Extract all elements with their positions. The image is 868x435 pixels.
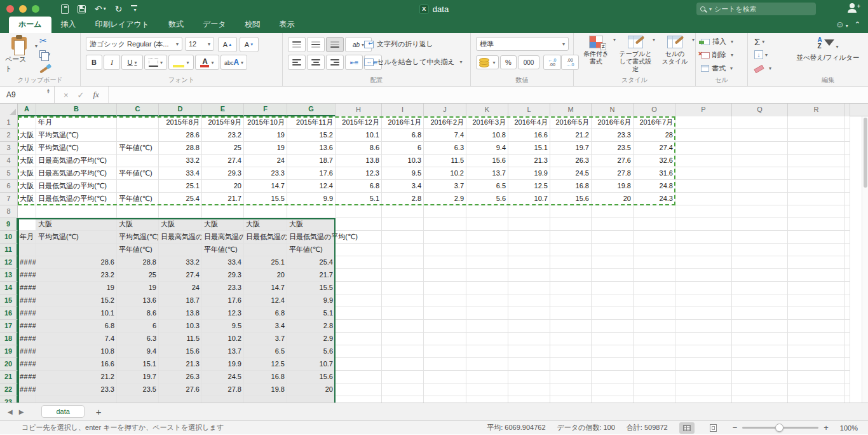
cell-G15[interactable]: 9.9 [287,294,336,307]
cell-H20[interactable] [336,358,382,371]
cell-J15[interactable] [424,294,466,307]
cell-Q12[interactable] [732,256,788,269]
row-header-1[interactable]: 1 [0,116,18,129]
row-header-4[interactable]: 4 [0,155,18,167]
cell-D14[interactable]: 24 [159,282,202,294]
cell-D5[interactable]: 33.4 [159,167,202,180]
cell-M5[interactable]: 24.5 [550,167,592,180]
save-icon[interactable] [78,5,86,13]
cell-F7[interactable]: 15.5 [244,193,287,205]
page-layout-view-button[interactable] [706,422,721,434]
row-header-9[interactable]: 9 [0,218,18,231]
cell-C14[interactable]: 19 [117,282,159,294]
cell-B9[interactable]: 大阪 [36,218,117,231]
cell-F23[interactable] [244,396,287,403]
cell-C9[interactable]: 大阪 [117,218,159,231]
cell-E14[interactable]: 23.3 [202,282,244,294]
zoom-slider-thumb[interactable] [775,424,783,432]
cell-E15[interactable]: 17.6 [202,294,244,307]
cell-J16[interactable] [424,307,466,320]
normal-view-button[interactable] [679,422,695,434]
row-header-20[interactable]: 20 [0,358,18,371]
cell-R6[interactable] [788,180,845,193]
clear-button[interactable]: ▾ [754,62,771,74]
cell-N17[interactable] [592,320,634,333]
insert-function-icon[interactable]: fx [93,90,99,100]
cell-N4[interactable]: 27.6 [592,155,634,167]
underline-button[interactable]: U▾ [121,55,143,70]
cell-O9[interactable] [634,218,675,231]
cell-L3[interactable]: 15.1 [508,142,550,155]
cell-J11[interactable] [424,244,466,256]
format-painter-icon[interactable] [39,62,50,72]
cell-B19[interactable]: 10.8 [36,345,117,358]
cell-P4[interactable] [675,155,732,167]
cell-F2[interactable]: 19 [244,129,287,142]
sheet-search-input[interactable]: ▾ シートを検索 [696,3,816,15]
cell-F6[interactable]: 14.7 [244,180,287,193]
cell-E7[interactable]: 21.7 [202,193,244,205]
cell-A15[interactable]: #### [18,294,36,307]
cell-H16[interactable] [336,307,382,320]
cell-M12[interactable] [550,256,592,269]
cell-I1[interactable]: 2016年1月 [382,116,424,129]
cell-Q7[interactable] [732,193,788,205]
confirm-entry-icon[interactable]: ✓ [78,90,85,100]
cell-H13[interactable] [336,269,382,282]
cell-O13[interactable] [634,269,675,282]
cell-O3[interactable]: 27.4 [634,142,675,155]
cell-Q3[interactable] [732,142,788,155]
font-name-select[interactable]: 游ゴシック Regular (本...▾ [86,37,182,51]
cell-D7[interactable]: 25.4 [159,193,202,205]
toolbar-overflow-icon[interactable]: ▾ [131,5,137,13]
cell-L4[interactable]: 21.3 [508,155,550,167]
cell-N11[interactable] [592,244,634,256]
cell-N19[interactable] [592,345,634,358]
cell-G13[interactable]: 21.7 [287,269,336,282]
align-left-icon[interactable] [288,55,306,70]
cell-R15[interactable] [788,294,845,307]
cell-Q1[interactable] [732,116,788,129]
cell-J13[interactable] [424,269,466,282]
cell-R1[interactable] [788,116,845,129]
scrollbar-thumb[interactable] [864,118,867,188]
vertical-scrollbar[interactable] [862,116,868,403]
column-header-L[interactable]: L [508,104,550,116]
cell-L10[interactable] [508,231,550,244]
cell-C5[interactable]: 平年値(℃) [117,167,159,180]
cell-D23[interactable] [159,396,202,403]
cell-C22[interactable]: 23.5 [117,383,159,396]
tab-home[interactable]: ホーム [9,17,51,33]
cell-M21[interactable] [550,371,592,383]
cell-B23[interactable] [36,396,117,403]
row-header-6[interactable]: 6 [0,180,18,193]
cell-H14[interactable] [336,282,382,294]
cell-O18[interactable] [634,333,675,345]
cell-J6[interactable]: 3.7 [424,180,466,193]
cell-N20[interactable] [592,358,634,371]
cell-I20[interactable] [382,358,424,371]
cell-E6[interactable]: 20 [202,180,244,193]
cell-H12[interactable] [336,256,382,269]
cell-L11[interactable] [508,244,550,256]
cell-H9[interactable] [336,218,382,231]
cell-K3[interactable]: 9.4 [466,142,508,155]
cell-J3[interactable]: 6.3 [424,142,466,155]
cell-A12[interactable]: #### [18,256,36,269]
cell-O1[interactable]: 2016年7月 [634,116,675,129]
cell-J21[interactable] [424,371,466,383]
cell-F13[interactable]: 20 [244,269,287,282]
column-header-M[interactable]: M [550,104,592,116]
row-header-14[interactable]: 14 [0,282,18,294]
cell-R7[interactable] [788,193,845,205]
row-header-12[interactable]: 12 [0,256,18,269]
cell-I3[interactable]: 6 [382,142,424,155]
cell-D16[interactable]: 13.8 [159,307,202,320]
cell-I10[interactable] [382,231,424,244]
cell-N23[interactable] [592,396,634,403]
fill-color-button[interactable]: ▾ [168,55,194,70]
cell-I22[interactable] [382,383,424,396]
cell-I7[interactable]: 2.8 [382,193,424,205]
column-header-Q[interactable]: Q [732,104,788,116]
cell-O23[interactable] [634,396,675,403]
